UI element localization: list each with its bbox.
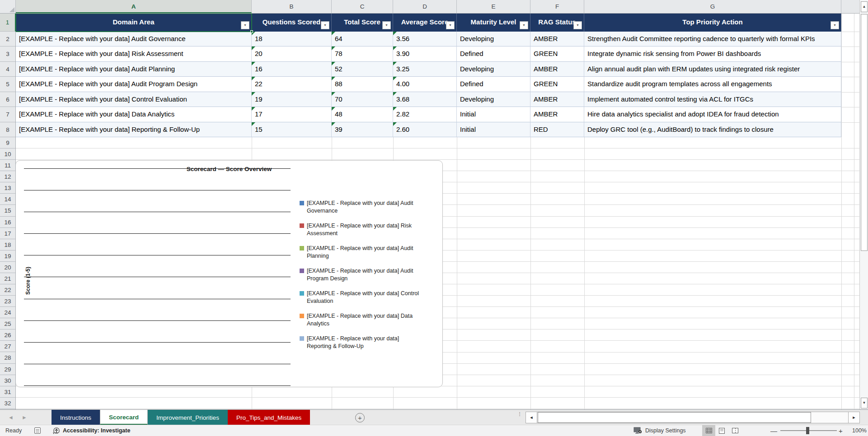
row-header-1[interactable]: 1 xyxy=(0,14,16,32)
row-header[interactable]: 19 xyxy=(0,250,15,262)
add-sheet-icon[interactable]: + xyxy=(355,413,365,422)
header-average-score[interactable]: Average Score▼ xyxy=(393,14,457,32)
filter-dropdown-icon[interactable]: ▼ xyxy=(446,21,455,29)
row-header[interactable]: 22 xyxy=(0,284,15,296)
horizontal-scrollbar-thumb[interactable] xyxy=(538,412,811,423)
cell-top-priority-action[interactable]: Hire data analytics specialist and adopt… xyxy=(584,107,841,122)
row-header[interactable]: 21 xyxy=(0,273,15,284)
column-header-c[interactable]: C xyxy=(332,0,393,13)
cell-top-priority-action[interactable]: Align annual audit plan with ERM updates… xyxy=(584,62,841,77)
prev-sheet-icon[interactable]: ◄ xyxy=(8,414,14,421)
cell-rag-status[interactable]: GREEN xyxy=(530,77,584,92)
cell-rag-status[interactable]: AMBER xyxy=(530,92,584,107)
row-header[interactable]: 9 xyxy=(0,137,15,148)
cell-top-priority-action[interactable]: Integrate dynamic risk sensing from Powe… xyxy=(584,46,841,61)
zoom-out-icon[interactable]: — xyxy=(770,425,777,436)
row-header[interactable]: 4 xyxy=(0,62,15,77)
legend-item[interactable]: [EXAMPLE - Replace with your data] Risk … xyxy=(300,222,422,237)
cell-questions-scored[interactable]: 18 xyxy=(252,32,332,46)
cell-rag-status[interactable]: AMBER xyxy=(530,32,584,46)
row-header[interactable]: 26 xyxy=(0,329,15,341)
cell-domain-area[interactable]: [EXAMPLE - Replace with your data] Audit… xyxy=(16,32,252,46)
horizontal-scrollbar[interactable]: ◄ ► xyxy=(525,412,860,423)
row-header[interactable]: 6 xyxy=(0,92,15,107)
cell-questions-scored[interactable]: 19 xyxy=(252,92,332,107)
cell-questions-scored[interactable]: 16 xyxy=(252,62,332,77)
row-header[interactable]: 7 xyxy=(0,107,15,122)
column-header-e[interactable]: E xyxy=(457,0,530,13)
row-header[interactable]: 30 xyxy=(0,375,15,386)
cell-domain-area[interactable]: [EXAMPLE - Replace with your data] Data … xyxy=(16,107,252,122)
row-header[interactable]: 5 xyxy=(0,77,15,92)
cell-maturity-level[interactable]: Initial xyxy=(457,122,530,137)
row-header[interactable]: 32 xyxy=(0,398,15,409)
page-layout-view-button[interactable] xyxy=(715,425,728,436)
cell-domain-area[interactable]: [EXAMPLE - Replace with your data] Audit… xyxy=(16,62,252,77)
cell-maturity-level[interactable]: Developing xyxy=(457,92,530,107)
zoom-slider-handle[interactable] xyxy=(806,427,809,434)
filter-dropdown-icon[interactable]: ▼ xyxy=(573,21,582,29)
cell-maturity-level[interactable]: Initial xyxy=(457,107,530,122)
cell-total-score[interactable]: 88 xyxy=(332,77,393,92)
cell-domain-area[interactable]: [EXAMPLE - Replace with your data] Contr… xyxy=(16,92,252,107)
cell-average-score[interactable]: 3.90 xyxy=(393,46,457,61)
row-header[interactable]: 10 xyxy=(0,148,15,160)
cell-domain-area[interactable]: [EXAMPLE - Replace with your data] Risk … xyxy=(16,46,252,61)
cell-total-score[interactable]: 70 xyxy=(332,92,393,107)
zoom-level-button[interactable]: 100% xyxy=(849,425,867,436)
filter-dropdown-icon[interactable]: ▼ xyxy=(382,21,391,29)
scroll-up-icon[interactable]: ▲ xyxy=(861,1,868,12)
cell-top-priority-action[interactable]: Strengthen Audit Committee reporting cad… xyxy=(584,32,841,46)
page-break-view-button[interactable] xyxy=(728,425,741,436)
cell-average-score[interactable]: 2.60 xyxy=(393,122,457,137)
cell-maturity-level[interactable]: Defined xyxy=(457,46,530,61)
cell-maturity-level[interactable]: Developing xyxy=(457,62,530,77)
score-overview-chart[interactable]: Scorecard — Score Overview Score (1-5) [… xyxy=(15,160,443,387)
row-header[interactable]: 12 xyxy=(0,171,15,182)
vertical-scrollbar-thumb[interactable] xyxy=(861,14,868,251)
cell-average-score[interactable]: 3.68 xyxy=(393,92,457,107)
row-header[interactable]: 17 xyxy=(0,228,15,239)
column-header-d[interactable]: D xyxy=(393,0,457,13)
cell-domain-area[interactable]: [EXAMPLE - Replace with your data] Audit… xyxy=(16,77,252,92)
cell-questions-scored[interactable]: 15 xyxy=(252,122,332,137)
row-header[interactable]: 3 xyxy=(0,46,15,61)
legend-item[interactable]: [EXAMPLE - Replace with your data] Repor… xyxy=(300,335,422,350)
header-questions-scored[interactable]: Questions Scored▼ xyxy=(252,14,332,32)
cell-rag-status[interactable]: RED xyxy=(530,122,584,137)
select-all-corner[interactable] xyxy=(0,0,16,13)
cell-rag-status[interactable]: AMBER xyxy=(530,107,584,122)
legend-item[interactable]: [EXAMPLE - Replace with your data] Data … xyxy=(300,312,422,327)
legend-item[interactable]: [EXAMPLE - Replace with your data] Contr… xyxy=(300,290,422,305)
column-header-b[interactable]: B xyxy=(252,0,332,13)
row-header[interactable]: 25 xyxy=(0,318,15,329)
row-header[interactable]: 11 xyxy=(0,160,15,171)
cell-maturity-level[interactable]: Developing xyxy=(457,32,530,46)
normal-view-button[interactable] xyxy=(702,425,715,436)
header-domain-area[interactable]: Domain Area▼ xyxy=(16,14,252,32)
accessibility-checker[interactable]: Accessibility: Investigate xyxy=(52,425,130,436)
cell-total-score[interactable]: 78 xyxy=(332,46,393,61)
cell-average-score[interactable]: 4.00 xyxy=(393,77,457,92)
zoom-in-icon[interactable]: + xyxy=(839,425,843,436)
column-header-a[interactable]: A xyxy=(16,0,252,13)
scroll-down-icon[interactable]: ▼ xyxy=(861,398,868,408)
row-header[interactable]: 16 xyxy=(0,217,15,228)
row-header[interactable]: 14 xyxy=(0,194,15,205)
legend-item[interactable]: [EXAMPLE - Replace with your data] Audit… xyxy=(300,267,422,282)
cell-total-score[interactable]: 64 xyxy=(332,32,393,46)
cell-rag-status[interactable]: GREEN xyxy=(530,46,584,61)
horizontal-scrollbar-track[interactable] xyxy=(537,412,848,423)
cell-top-priority-action[interactable]: Deploy GRC tool (e.g., AuditBoard) to tr… xyxy=(584,122,841,137)
cell-top-priority-action[interactable]: Standardize audit program templates acro… xyxy=(584,77,841,92)
cell-total-score[interactable]: 52 xyxy=(332,62,393,77)
row-header[interactable]: 20 xyxy=(0,262,15,273)
scroll-right-icon[interactable]: ► xyxy=(848,412,860,423)
row-header[interactable]: 8 xyxy=(0,122,15,137)
filter-dropdown-icon[interactable]: ▼ xyxy=(520,21,528,29)
next-sheet-icon[interactable]: ► xyxy=(22,414,27,421)
filter-dropdown-icon[interactable]: ▼ xyxy=(321,21,329,29)
zoom-slider[interactable] xyxy=(780,430,837,431)
cell-average-score[interactable]: 2.82 xyxy=(393,107,457,122)
cell-questions-scored[interactable]: 22 xyxy=(252,77,332,92)
